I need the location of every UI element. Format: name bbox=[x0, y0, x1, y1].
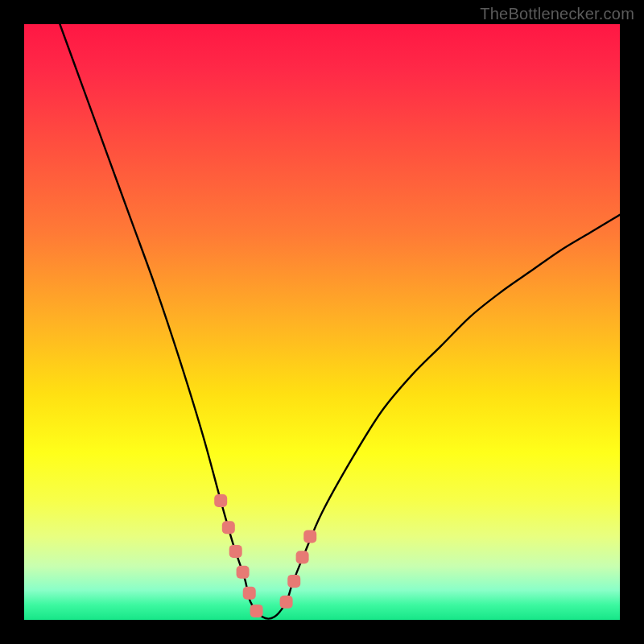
curve-marker bbox=[296, 551, 309, 564]
curve-marker bbox=[222, 521, 235, 534]
curve-layer bbox=[24, 24, 620, 620]
curve-marker bbox=[237, 566, 250, 579]
curve-marker bbox=[229, 545, 242, 558]
curve-markers bbox=[214, 494, 316, 617]
watermark-text: TheBottlenecker.com bbox=[480, 5, 634, 23]
plot-area bbox=[24, 24, 620, 620]
curve-marker bbox=[280, 596, 293, 609]
curve-marker bbox=[287, 575, 300, 588]
curve-marker bbox=[250, 605, 263, 617]
curve-marker bbox=[214, 494, 227, 507]
curve-marker bbox=[243, 587, 256, 600]
curve-marker bbox=[303, 530, 316, 543]
chart-frame: TheBottlenecker.com bbox=[0, 0, 644, 644]
bottleneck-curve bbox=[60, 24, 620, 619]
